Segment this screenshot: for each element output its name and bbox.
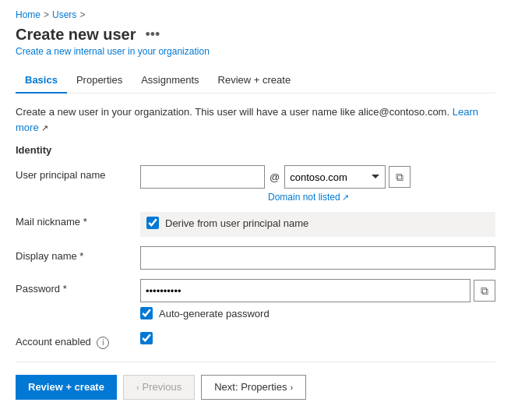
breadcrumb-users[interactable]: Users [52,9,76,20]
identity-section-title: Identity [16,144,495,156]
page-header: Create new user ••• [16,25,495,44]
chevron-left-icon: ‹ [136,383,139,392]
autogenerate-label[interactable]: Auto-generate password [159,308,270,319]
copy-password-icon: ⧉ [481,284,488,298]
next-properties-button[interactable]: Next: Properties › [201,375,306,400]
tab-review-create[interactable]: Review + create [209,68,301,94]
tab-basics[interactable]: Basics [16,68,67,94]
breadcrumb-sep2: > [79,9,85,20]
external-link-icon-domain: ↗ [342,192,349,203]
tab-assignments[interactable]: Assignments [132,68,208,94]
external-link-icon: ↗ [41,123,48,132]
page-subtitle: Create a new internal user in your organ… [16,46,495,57]
account-enabled-label: Account enabled i [16,332,140,349]
breadcrumb: Home > Users > [16,9,495,20]
mail-nickname-row: Mail nickname * Derive from user princip… [16,212,495,237]
upn-row: User principal name @ contoso.com ⧉ Doma… [16,165,495,203]
account-enabled-control [140,332,495,348]
page-title: Create new user [16,26,136,44]
autogenerate-row: Auto-generate password [140,307,495,319]
password-label: Password * [16,279,140,295]
info-text: Create a new user in your organization. … [16,104,495,135]
derive-label[interactable]: Derive from user principal name [165,217,308,229]
display-name-input[interactable] [140,246,495,270]
derive-checkbox[interactable] [146,217,159,229]
footer-buttons: Review + create ‹ Previous Next: Propert… [16,375,495,400]
mail-nickname-control: Derive from user principal name [140,212,495,237]
upn-control: @ contoso.com ⧉ Domain not listed ↗ [140,165,495,203]
previous-label: Previous [143,381,182,393]
next-label: Next: Properties [214,381,287,393]
autogenerate-checkbox[interactable] [140,307,153,319]
tab-properties[interactable]: Properties [67,68,132,94]
password-control: ⧉ Auto-generate password [140,279,495,323]
display-name-row: Display name * [16,246,495,270]
derive-checkbox-row: Derive from user principal name [146,217,489,229]
chevron-right-icon: › [290,383,293,392]
password-input[interactable] [140,279,470,302]
copy-icon: ⧉ [396,171,404,184]
display-name-label: Display name * [16,246,140,262]
upn-label: User principal name [16,165,140,181]
account-enabled-row: Account enabled i [16,332,495,349]
copy-password-button[interactable]: ⧉ [474,280,495,302]
at-sign: @ [268,171,281,183]
tabs-nav: Basics Properties Assignments Review + c… [16,68,495,94]
review-create-button[interactable]: Review + create [16,375,117,400]
mail-nickname-label: Mail nickname * [16,212,140,228]
breadcrumb-sep1: > [44,9,49,20]
domain-select[interactable]: contoso.com [284,165,386,189]
display-name-control [140,246,495,270]
more-options-icon[interactable]: ••• [143,25,164,44]
mail-nickname-derive-container: Derive from user principal name [140,212,495,237]
account-enabled-checkbox[interactable] [140,332,153,344]
password-wrapper: ⧉ [140,279,495,302]
previous-button[interactable]: ‹ Previous [123,375,195,400]
domain-not-listed-link[interactable]: Domain not listed ↗ [268,192,495,203]
account-enabled-checkbox-row [140,332,495,344]
account-enabled-info-icon[interactable]: i [97,337,109,349]
divider [16,362,495,362]
upn-input[interactable] [140,165,265,189]
copy-upn-button[interactable]: ⧉ [389,166,411,188]
password-row: Password * ⧉ Auto-generate password [16,279,495,323]
breadcrumb-home[interactable]: Home [16,9,41,20]
